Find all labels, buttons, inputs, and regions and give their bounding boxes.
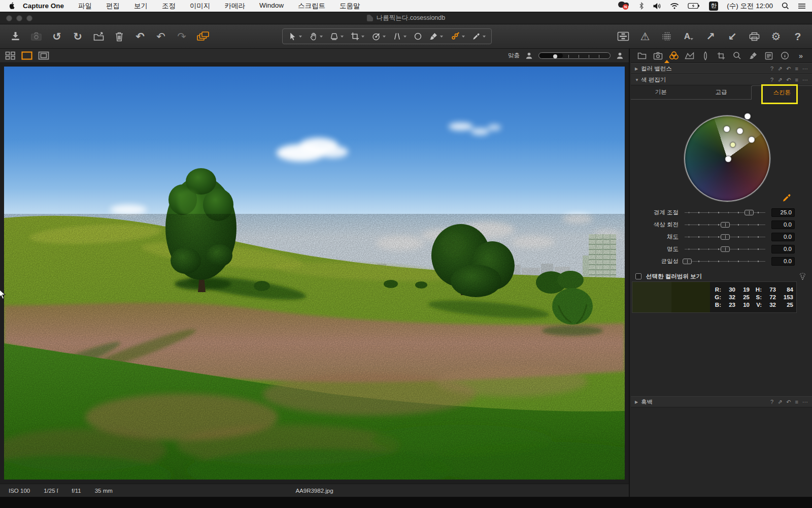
keystone-tool[interactable] <box>389 29 410 44</box>
collapse-arrow-icon[interactable]: ▶ <box>635 400 641 404</box>
panel-reset-icon[interactable]: ↶ <box>786 399 791 405</box>
annotation-button[interactable]: A <box>683 29 695 44</box>
pan-hand-tool[interactable] <box>306 29 326 44</box>
menubar-clock[interactable]: (수) 오전 12:00 <box>727 2 773 11</box>
redo-button[interactable]: ↷ <box>176 29 188 44</box>
viewer-layout-button[interactable] <box>617 29 629 44</box>
menu-help[interactable]: 도움말 <box>340 2 360 11</box>
print-button[interactable] <box>748 29 760 44</box>
slider-value-field[interactable]: 0.0 <box>771 220 795 229</box>
volume-icon[interactable] <box>653 3 661 10</box>
import-capture-button[interactable]: ↙ <box>726 29 738 44</box>
multi-view-button[interactable] <box>5 51 16 60</box>
slider-thumb[interactable] <box>721 222 730 228</box>
uniformity-slider[interactable] <box>685 258 765 265</box>
panel-reset-icon[interactable]: ↶ <box>786 66 791 72</box>
panel-copy-icon[interactable]: ⇗ <box>777 399 782 405</box>
expand-arrow-icon[interactable]: ▼ <box>635 78 641 82</box>
wedge-apex-handle[interactable] <box>725 156 732 163</box>
zoom-slider-knob[interactable] <box>553 54 557 58</box>
skin-tone-picker-eyedropper[interactable] <box>782 193 792 203</box>
color-editor-panel-header[interactable]: ▼ 색 편집기 ? ⇗ ↶ ≡ ⋯ <box>631 74 812 85</box>
panel-presets-icon[interactable]: ≡ <box>795 399 798 405</box>
spot-removal-tool[interactable] <box>410 29 426 44</box>
bluetooth-icon[interactable] <box>639 2 644 10</box>
skin-tone-color-wheel[interactable] <box>684 115 770 202</box>
capture-tab-icon[interactable] <box>651 49 664 62</box>
crop-tab-icon[interactable] <box>715 49 728 62</box>
panel-more-icon[interactable]: ⋯ <box>802 399 808 405</box>
edit-color-picker-tool[interactable] <box>447 29 468 44</box>
lightness-slider[interactable] <box>685 246 765 252</box>
picked-color-point[interactable] <box>730 142 736 148</box>
export-originals-button[interactable] <box>92 29 105 44</box>
menu-file[interactable]: 파일 <box>78 2 92 11</box>
local-adjustments-tab-icon[interactable] <box>747 49 760 62</box>
zoom-slider[interactable] <box>538 52 611 59</box>
menu-view[interactable]: 보기 <box>134 2 148 11</box>
wifi-icon[interactable] <box>670 3 679 9</box>
rotate-ccw-button[interactable]: ↺ <box>51 29 63 44</box>
copy-adjustments-button[interactable] <box>196 29 211 44</box>
panel-help-icon[interactable]: ? <box>770 399 773 405</box>
menu-image[interactable]: 이미지 <box>190 2 211 11</box>
crop-tool[interactable] <box>347 29 368 44</box>
exposure-tab-icon[interactable] <box>683 49 696 62</box>
menu-app-name[interactable]: Capture One <box>23 2 64 10</box>
metadata-info-tab-icon[interactable] <box>779 49 792 62</box>
rotate-straighten-tool[interactable] <box>368 29 389 44</box>
zoom-fit-label[interactable]: 맞춤 <box>508 52 520 59</box>
kakaotalk-icon[interactable]: N <box>618 2 630 10</box>
panel-more-icon[interactable]: ⋯ <box>802 77 808 83</box>
apple-menu-icon[interactable] <box>9 2 16 10</box>
lens-tab-icon[interactable] <box>699 49 712 62</box>
photo-image[interactable] <box>4 67 625 480</box>
battery-icon[interactable] <box>688 3 700 9</box>
panel-copy-icon[interactable]: ⇗ <box>777 66 782 72</box>
capture-camera-button[interactable] <box>30 29 42 44</box>
grid-button[interactable] <box>661 29 673 44</box>
undo-button[interactable]: ↶ <box>155 29 167 44</box>
proof-view-button[interactable] <box>38 51 49 60</box>
rotate-cw-button[interactable]: ↻ <box>72 29 84 44</box>
panel-more-icon[interactable]: ⋯ <box>802 66 808 72</box>
slider-value-field[interactable]: 0.0 <box>771 233 795 241</box>
exposure-warning-button[interactable]: ⚠ <box>639 29 651 44</box>
delete-trash-button[interactable] <box>113 29 125 44</box>
slider-thumb[interactable] <box>745 210 754 215</box>
import-images-button[interactable] <box>9 29 21 44</box>
collapse-arrow-icon[interactable]: ▶ <box>635 67 641 71</box>
revert-button[interactable]: ↶ <box>134 29 146 44</box>
minimize-button[interactable] <box>16 15 22 21</box>
black-and-white-panel-header[interactable]: ▶ 흑백 ? ⇗ ↶ ≡ ⋯ <box>631 396 812 407</box>
menu-adjustments[interactable]: 조정 <box>162 2 176 11</box>
hue-rotation-slider[interactable] <box>685 221 765 228</box>
tab-basic[interactable]: 기본 <box>631 85 691 100</box>
draw-mask-brush-tool[interactable] <box>426 29 447 44</box>
range-handle-1[interactable] <box>724 126 730 133</box>
saturation-slider[interactable] <box>685 234 765 240</box>
panel-presets-icon[interactable]: ≡ <box>795 77 798 83</box>
slider-value-field[interactable]: 0.0 <box>771 257 795 266</box>
help-button[interactable]: ? <box>792 29 804 44</box>
single-view-button[interactable] <box>21 51 32 60</box>
spotlight-search-icon[interactable] <box>782 2 789 10</box>
menu-window[interactable]: Window <box>259 2 284 11</box>
details-tab-icon[interactable] <box>731 49 744 62</box>
range-handle-outer[interactable] <box>745 113 751 120</box>
zoom-button[interactable] <box>26 15 32 21</box>
view-selected-range-checkbox[interactable] <box>635 273 641 279</box>
range-handle-2[interactable] <box>737 128 743 135</box>
panel-reset-icon[interactable]: ↶ <box>786 77 791 83</box>
close-button[interactable] <box>6 15 12 21</box>
export-button[interactable]: ↗ <box>704 29 717 44</box>
slider-thumb[interactable] <box>721 246 730 252</box>
loupe-tool[interactable] <box>326 29 347 44</box>
smoothness-slider[interactable] <box>685 209 765 216</box>
range-handle-3[interactable] <box>749 137 755 143</box>
menu-camera[interactable]: 카메라 <box>225 2 246 11</box>
panel-help-icon[interactable]: ? <box>770 66 773 72</box>
select-tool[interactable] <box>285 29 306 44</box>
more-tools-overflow[interactable]: » <box>794 49 807 62</box>
adjustments-clipboard-tab-icon[interactable] <box>762 49 775 62</box>
